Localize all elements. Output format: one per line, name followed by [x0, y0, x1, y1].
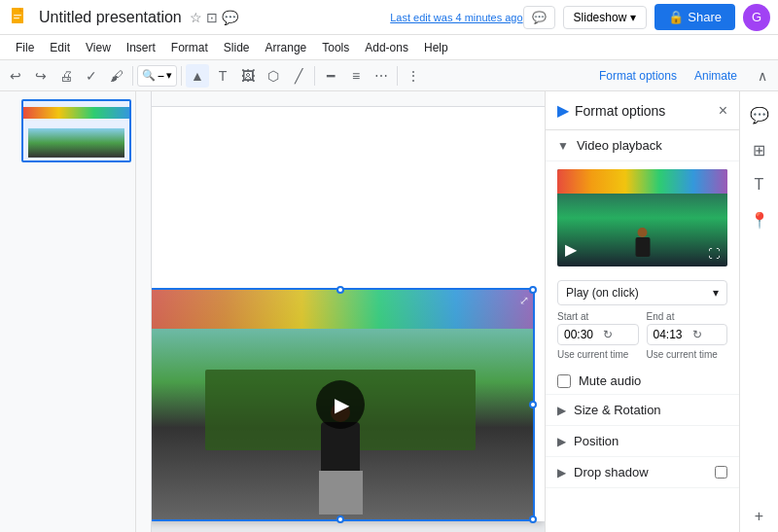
handle-right-middle[interactable] — [529, 401, 537, 408]
open-comment-icon[interactable]: 💬 — [222, 10, 238, 25]
menu-view[interactable]: View — [78, 38, 119, 57]
shape-tool[interactable]: ⬡ — [262, 64, 285, 88]
mute-audio-checkbox[interactable] — [557, 374, 571, 388]
slide-video-preview — [28, 128, 124, 159]
play-mode-dropdown[interactable]: Play (on click) ▾ — [557, 280, 727, 305]
menu-add-ons[interactable]: Add-ons — [357, 38, 416, 57]
slide-canvas: ⤢ — [136, 103, 545, 521]
end-at-field: End at ↻ — [647, 311, 728, 345]
slide-thumbnail-content — [23, 101, 129, 160]
slideshow-label: Slideshow — [574, 11, 627, 24]
line-style-button[interactable]: ━ — [319, 64, 342, 88]
redo-button[interactable]: ↪ — [29, 64, 53, 88]
title-bar: Untitled presentation ☆ ⊡ 💬 Last edit wa… — [0, 0, 778, 35]
image-tool[interactable]: 🖼 — [236, 64, 260, 88]
slideshow-dropdown-icon[interactable]: ▾ — [630, 11, 636, 24]
toolbar-separator-2 — [181, 66, 182, 86]
section-size-rotation[interactable]: ▶ Size & Rotation — [546, 395, 739, 426]
handle-top-middle[interactable] — [336, 286, 344, 294]
section-position[interactable]: ▶ Position — [546, 426, 739, 457]
start-at-input[interactable] — [564, 328, 603, 341]
zoom-level: ‒ — [158, 69, 164, 82]
section-chevron-size: ▶ — [557, 404, 566, 417]
end-use-current[interactable]: Use current time — [647, 349, 728, 360]
star-icon[interactable]: ☆ — [190, 10, 202, 25]
start-use-current[interactable]: Use current time — [557, 349, 639, 360]
menu-edit[interactable]: Edit — [42, 38, 78, 57]
svg-rect-3 — [14, 15, 21, 16]
paint-format-button[interactable]: 🖌 — [105, 64, 128, 88]
format-options-button[interactable]: Format options — [591, 66, 685, 86]
cursor-tool[interactable]: ▲ — [186, 64, 209, 88]
preview-fullscreen-button[interactable]: ⛶ — [708, 247, 720, 261]
end-refresh-icon[interactable]: ↻ — [692, 328, 702, 341]
animate-button[interactable]: Animate — [687, 66, 745, 86]
drop-shadow-checkbox[interactable] — [715, 466, 727, 479]
section-video-playback[interactable]: ▼ Video playback — [546, 130, 739, 161]
menu-help[interactable]: Help — [416, 38, 456, 57]
menu-insert[interactable]: Insert — [119, 38, 163, 57]
close-panel-button[interactable]: × — [719, 102, 727, 120]
slide-thumbnail-1[interactable] — [21, 99, 131, 162]
menu-slide[interactable]: Slide — [216, 38, 258, 57]
undo-button[interactable]: ↩ — [4, 64, 27, 88]
comment-button[interactable]: 💬 — [523, 6, 555, 29]
vp-colorful-bar — [557, 169, 727, 194]
mute-audio-label: Mute audio — [579, 373, 641, 388]
menu-tools[interactable]: Tools — [314, 38, 357, 57]
line-dash-button[interactable]: ⋯ — [370, 64, 393, 88]
start-refresh-icon[interactable]: ↻ — [603, 328, 613, 341]
handle-bottom-right[interactable] — [529, 515, 537, 523]
title-action-icons: ☆ ⊡ 💬 — [190, 10, 238, 25]
zoom-icon: 🔍 — [142, 69, 156, 82]
handle-top-right[interactable] — [529, 286, 537, 294]
expand-icon[interactable]: ⤢ — [519, 294, 529, 307]
vertical-ruler — [136, 91, 152, 532]
section-drop-shadow[interactable]: ▶ Drop shadow — [546, 457, 739, 488]
lock-icon: 🔒 — [668, 10, 684, 24]
section-chevron-position: ▶ — [557, 435, 566, 448]
share-button[interactable]: 🔒 Share — [654, 4, 735, 30]
avatar[interactable]: G — [743, 4, 770, 31]
line-tool[interactable]: ╱ — [287, 64, 310, 88]
video-element[interactable]: ⤢ — [146, 288, 535, 521]
collapse-toolbar-button[interactable]: ∧ — [751, 64, 774, 88]
last-edit-text[interactable]: Last edit was 4 minutes ago — [390, 12, 522, 23]
menu-arrange[interactable]: Arrange — [258, 38, 315, 57]
print-button[interactable]: 🖨 — [54, 64, 78, 88]
toolbar-separator-3 — [314, 66, 315, 86]
zoom-selector[interactable]: 🔍 ‒ ▾ — [137, 65, 177, 87]
sidebar-comments-button[interactable]: 💬 — [744, 99, 775, 130]
handle-bottom-middle[interactable] — [336, 515, 344, 523]
play-mode-value: Play (on click) — [566, 286, 639, 300]
zoom-dropdown-icon: ▾ — [166, 69, 172, 82]
sidebar-plus-button[interactable]: + — [744, 501, 775, 532]
preview-play-button[interactable]: ▶ — [565, 240, 577, 259]
sidebar-translate-button[interactable]: T — [744, 169, 775, 200]
right-sidebar: 💬 ⊞ T 📍 + — [739, 91, 778, 532]
share-label: Share — [688, 10, 722, 24]
presentation-title[interactable]: Untitled presentation — [39, 9, 182, 26]
spell-check-button[interactable]: ✓ — [80, 64, 103, 88]
start-at-label: Start at — [557, 311, 639, 322]
time-fields-row: Start at ↻ End at ↻ — [546, 311, 739, 349]
play-on-click-row: Play (on click) ▾ — [546, 274, 739, 311]
sidebar-explore-button[interactable]: ⊞ — [744, 134, 775, 165]
slideshow-button[interactable]: Slideshow ▾ — [563, 6, 648, 29]
panel-title: Format options — [575, 103, 665, 119]
text-box-tool[interactable]: T — [211, 64, 234, 88]
menu-file[interactable]: File — [8, 38, 42, 57]
line-weight-button[interactable]: ≡ — [344, 64, 368, 88]
menu-format[interactable]: Format — [163, 38, 216, 57]
canvas-area: ⤢ — [136, 91, 545, 532]
more-options-button[interactable]: ⋮ — [402, 64, 425, 88]
video-panel-icon: ▶ — [557, 101, 569, 120]
end-at-input[interactable] — [654, 328, 692, 341]
panel-header: ▶ Format options × — [546, 91, 739, 130]
move-to-drive-icon[interactable]: ⊡ — [206, 10, 218, 25]
section-title-video: Video playback — [577, 138, 662, 153]
video-preview-container: ▶ ⛶ — [546, 161, 739, 274]
sidebar-maps-button[interactable]: 📍 — [744, 204, 775, 235]
video-play-button[interactable] — [316, 380, 365, 429]
menu-bar: File Edit View Insert Format Slide Arran… — [0, 35, 778, 60]
